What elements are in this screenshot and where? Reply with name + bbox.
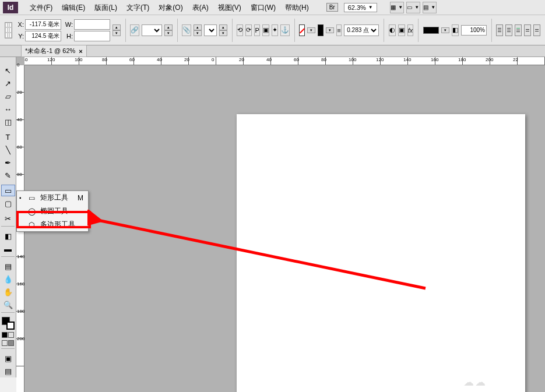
p-icon[interactable]: P [254, 24, 260, 36]
scissors-tool[interactable]: ✂ [1, 213, 15, 224]
format-container-icon[interactable] [2, 332, 15, 338]
zoom-value: 62.3% [348, 4, 366, 11]
arrange-button[interactable]: ▤▼ [423, 2, 437, 13]
gradient-swatch-tool[interactable]: ◧ [1, 230, 15, 242]
menu-object[interactable]: 对象(O) [154, 0, 187, 15]
text-wrap-icon-1[interactable] [496, 24, 503, 36]
fx-icon-b[interactable]: ▣ [398, 24, 405, 36]
rectangle-tool[interactable]: ▢ [1, 197, 15, 209]
w-stepper-up[interactable]: ▴ [112, 24, 121, 30]
bridge-button[interactable]: Br [326, 3, 338, 12]
menu-view[interactable]: 视图(V) [213, 0, 246, 15]
shear-up[interactable]: ▴ [194, 24, 202, 30]
y-input[interactable] [25, 31, 61, 41]
watermark: ☁☁ [463, 376, 487, 389]
reference-point-grid[interactable] [5, 22, 12, 38]
rectangle-frame-tool[interactable]: ▭ [1, 185, 15, 196]
control-bar: X: Y: W: H: ▴▾ 🔗 ▴▾ 📎 ▴▾ ▴▾ ⟲ ⟳ P ▣ ✦ ⚓ … [0, 15, 545, 45]
horizontal-ruler[interactable]: 140 120 100 80 60 40 20 0 20 40 60 80 10… [24, 57, 545, 65]
type-tool[interactable]: T [1, 131, 15, 143]
select-content-icon[interactable]: ✦ [272, 24, 278, 36]
document-page[interactable] [237, 114, 525, 392]
stroke-weight-icon: ≡ [336, 24, 342, 36]
w-stepper-down[interactable]: ▾ [112, 30, 121, 36]
flyout-ellipse-tool[interactable]: ◯ 椭圆工具 [17, 204, 88, 218]
polygon-icon: ⬡ [27, 221, 36, 229]
x-label: X: [15, 21, 24, 28]
flyout-polygon-label: 多边形工具 [40, 220, 75, 229]
document-tab[interactable]: *未命名-1 @ 62% × [21, 45, 87, 57]
fx-icon-c[interactable]: fx [407, 24, 414, 36]
flyout-rectangle-tool[interactable]: ▪ ▭ 矩形工具 M [17, 191, 88, 204]
constrain-proportions-icon[interactable]: 🔗 [130, 24, 139, 36]
stroke-swatch[interactable] [318, 24, 324, 36]
menu-window[interactable]: 窗口(W) [246, 0, 280, 15]
text-wrap-icon-5[interactable] [533, 24, 540, 36]
shape-tool-flyout: ▪ ▭ 矩形工具 M ◯ 椭圆工具 ⬡ 多边形工具 [16, 190, 89, 232]
stroke-style-bar[interactable] [423, 27, 439, 34]
view-mode-normal[interactable]: ▣ [1, 352, 15, 364]
fill-stroke-toggle[interactable] [2, 317, 15, 330]
menu-help[interactable]: 帮助(H) [280, 0, 314, 15]
fx-icon-a[interactable]: ◐ [389, 24, 396, 36]
zoom-tool[interactable]: 🔍 [1, 299, 15, 310]
eyedropper-tool[interactable]: 💧 [1, 273, 15, 285]
opacity-icon: ◧ [452, 24, 459, 36]
selection-tool[interactable]: ↖ [1, 65, 15, 76]
w-label: W: [64, 21, 73, 28]
gradient-feather-tool[interactable]: ▬ [1, 243, 15, 255]
pencil-tool[interactable]: ✎ [1, 169, 15, 181]
direct-selection-tool[interactable]: ↗ [1, 77, 15, 89]
style-drop[interactable]: ▾ [441, 27, 449, 33]
ellipse-icon: ◯ [27, 207, 36, 216]
menu-layout[interactable]: 版面(L) [90, 0, 122, 15]
r-up[interactable]: ▴ [219, 24, 227, 30]
document-title: *未命名-1 @ 62% [25, 47, 75, 55]
menu-table[interactable]: 表(A) [188, 0, 213, 15]
flyout-ellipse-label: 椭圆工具 [40, 206, 68, 216]
w-input[interactable] [74, 19, 110, 30]
rot-down[interactable]: ▾ [164, 30, 173, 36]
page-tool[interactable]: ▱ [1, 90, 15, 102]
stroke-drop[interactable]: ▾ [326, 27, 334, 33]
flyout-rectangle-label: 矩形工具 [40, 193, 68, 203]
r-down[interactable]: ▾ [219, 30, 227, 36]
select-container-icon[interactable]: ▣ [262, 24, 269, 36]
close-tab-button[interactable]: × [79, 48, 82, 55]
fill-swatch[interactable] [299, 24, 305, 36]
zoom-level-select[interactable]: 62.3% ▼ [344, 3, 377, 12]
flyout-polygon-tool[interactable]: ⬡ 多边形工具 [17, 218, 88, 231]
opacity-input[interactable] [461, 25, 487, 36]
content-collector-tool[interactable]: ◫ [1, 116, 15, 128]
screen-mode-button[interactable]: ▭▼ [406, 2, 420, 13]
flip-v-icon[interactable]: ⟳ [245, 24, 252, 36]
shear-down[interactable]: ▾ [194, 30, 202, 36]
attach-icon[interactable]: 📎 [182, 24, 191, 36]
note-tool[interactable]: ▤ [1, 260, 15, 272]
apply-color-icon[interactable] [2, 340, 15, 346]
rotate-select[interactable] [204, 24, 217, 36]
stroke-weight-select[interactable]: 0.283 点 [344, 24, 379, 36]
h-label: H: [64, 33, 73, 40]
text-wrap-icon-3[interactable] [515, 24, 522, 36]
menu-file[interactable]: 文件(F) [25, 0, 57, 15]
menu-edit[interactable]: 编辑(E) [57, 0, 90, 15]
view-mode-preview[interactable]: ▤ [1, 365, 15, 377]
anchor-icon[interactable]: ⚓ [280, 24, 290, 36]
flip-h-icon[interactable]: ⟲ [237, 24, 243, 36]
rot-up[interactable]: ▴ [164, 24, 173, 30]
line-tool[interactable]: ╲ [1, 144, 15, 156]
x-input[interactable] [25, 19, 61, 30]
text-wrap-icon-4[interactable] [524, 24, 531, 36]
text-wrap-icon-2[interactable] [505, 24, 512, 36]
pen-tool[interactable]: ✒ [1, 157, 15, 168]
gap-tool[interactable]: ↔ [1, 103, 15, 115]
menu-type[interactable]: 文字(T) [122, 0, 154, 15]
view-options-button[interactable]: ▦▼ [390, 2, 404, 13]
fill-drop[interactable]: ▾ [307, 27, 315, 33]
hand-tool[interactable]: ✋ [1, 286, 15, 298]
app-id-icon: Id [3, 2, 18, 13]
scale-x-select[interactable] [142, 24, 161, 36]
y-label: Y: [15, 33, 24, 40]
h-input[interactable] [74, 31, 110, 41]
